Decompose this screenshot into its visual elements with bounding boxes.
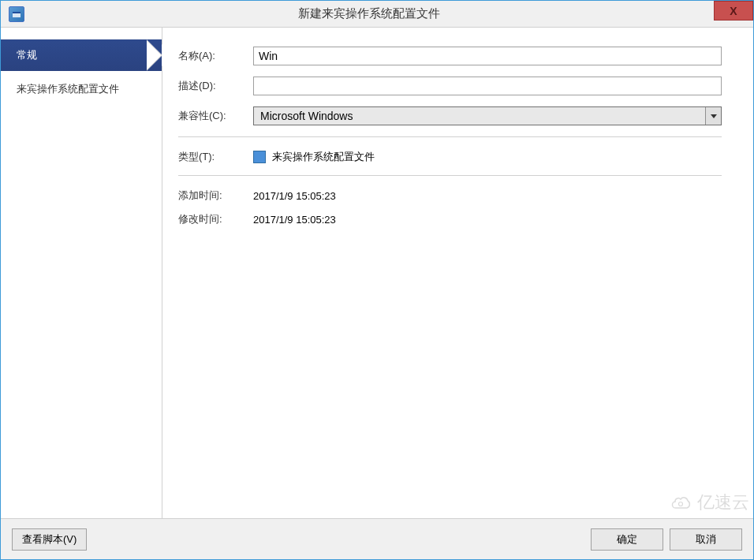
compatibility-value: Microsoft Windows bbox=[254, 107, 705, 125]
type-value: 来宾操作系统配置文件 bbox=[272, 150, 375, 164]
sidebar-item-guest-os-profile[interactable]: 来宾操作系统配置文件 bbox=[1, 71, 162, 107]
description-input[interactable] bbox=[253, 77, 722, 95]
compatibility-select[interactable]: Microsoft Windows bbox=[253, 106, 722, 125]
modified-time-value: 2017/1/9 15:05:23 bbox=[253, 214, 336, 226]
modified-time-label: 修改时间: bbox=[178, 212, 253, 226]
footer: 查看脚本(V) 确定 取消 bbox=[1, 518, 753, 559]
type-label: 类型(T): bbox=[178, 150, 253, 164]
sidebar-item-label: 常规 bbox=[17, 48, 37, 62]
name-input[interactable] bbox=[253, 47, 722, 65]
close-icon: X bbox=[730, 5, 737, 17]
dialog-window: 新建来宾操作系统配置文件 X 常规 来宾操作系统配置文件 名称(A): 描述(D… bbox=[0, 0, 754, 560]
added-time-value: 2017/1/9 15:05:23 bbox=[253, 190, 336, 202]
added-time-label: 添加时间: bbox=[178, 189, 253, 203]
titlebar: 新建来宾操作系统配置文件 X bbox=[1, 1, 753, 28]
svg-rect-1 bbox=[13, 12, 21, 13]
cancel-button[interactable]: 取消 bbox=[670, 528, 742, 551]
sidebar-arrow-icon bbox=[147, 39, 162, 71]
divider bbox=[178, 136, 722, 137]
sidebar-item-general[interactable]: 常规 bbox=[1, 39, 162, 71]
view-script-button[interactable]: 查看脚本(V) bbox=[12, 528, 87, 551]
sidebar-item-label: 来宾操作系统配置文件 bbox=[17, 83, 119, 95]
content-area: 名称(A): 描述(D): 兼容性(C): Microsoft Windows … bbox=[162, 28, 753, 518]
close-button[interactable]: X bbox=[714, 1, 753, 21]
ok-button[interactable]: 确定 bbox=[591, 528, 663, 551]
app-icon bbox=[9, 6, 24, 22]
name-label: 名称(A): bbox=[178, 49, 253, 63]
dialog-title: 新建来宾操作系统配置文件 bbox=[24, 6, 753, 21]
divider bbox=[178, 175, 722, 176]
body-area: 常规 来宾操作系统配置文件 名称(A): 描述(D): 兼容性(C): Micr… bbox=[1, 28, 753, 518]
sidebar: 常规 来宾操作系统配置文件 bbox=[1, 28, 162, 518]
compatibility-label: 兼容性(C): bbox=[178, 109, 253, 123]
chevron-down-icon bbox=[705, 107, 721, 125]
profile-icon bbox=[253, 151, 266, 163]
description-label: 描述(D): bbox=[178, 79, 253, 93]
